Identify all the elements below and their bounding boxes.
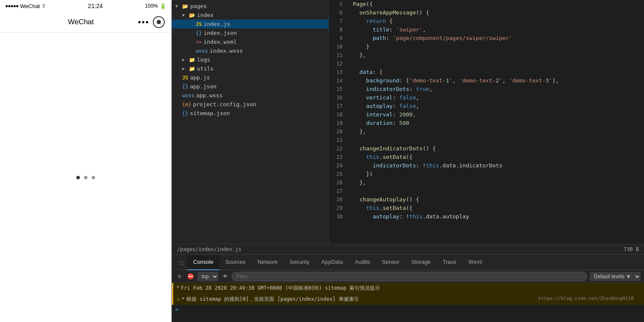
code-line-17: 17 autoplay: false, — [329, 102, 644, 110]
line-number: 16 — [329, 93, 349, 102]
folder-icon: 📂 — [182, 3, 188, 9]
tree-item-app-json[interactable]: {} app.json — [172, 82, 329, 91]
code-line-9: 9 path: 'page/component/pages/swiper/swi… — [329, 34, 644, 42]
context-select[interactable]: top — [197, 272, 218, 281]
phone-status-left: ●●●●● WeChat ⇧ — [5, 3, 46, 9]
tree-item-app-wxss[interactable]: wxss app.wxss — [172, 91, 329, 100]
status-bar: /pages/index/index.js 730 B — [172, 244, 644, 254]
tree-item-index-js[interactable]: JS index.js — [172, 20, 329, 28]
warn-icon: ⚠ — [177, 296, 180, 302]
devtools-toolbar: ⊘ ⛔ top 👁 Default levels ▼ — [172, 270, 644, 283]
phone-time: 21:24 — [88, 3, 103, 9]
console-output: ▼ Fri Feb 28 2020 20:49:38 GMT+0800 (中国标… — [172, 283, 644, 322]
tree-item-index-wxml[interactable]: <> index.wxml — [172, 37, 329, 46]
line-number: 29 — [329, 204, 349, 212]
console-prompt: > — [175, 307, 178, 313]
devtools-panel: ⬚ ConsoleSourcesNetworkSecurityAppDataAu… — [172, 254, 644, 322]
line-content: }, — [349, 127, 644, 136]
swiper-dot-1 — [84, 176, 87, 179]
tree-item-utils[interactable]: ▶📁 utils — [172, 64, 329, 73]
tree-label: index.json — [203, 30, 236, 36]
tree-item-app-js[interactable]: JS app.js — [172, 73, 329, 82]
battery-percent: 100% — [145, 3, 158, 9]
json-icon: {} — [196, 30, 202, 36]
tree-item-pages[interactable]: ▼📂 pages — [172, 2, 329, 11]
clear-console-icon[interactable]: ⊘ — [175, 272, 184, 281]
tree-label: sitemap.json — [190, 110, 230, 116]
line-content: this.setData({ — [349, 153, 644, 161]
levels-select[interactable]: Default levels ▼ — [590, 272, 641, 281]
code-line-13: 13 data: { — [329, 68, 644, 76]
tree-arrow[interactable]: ▼ — [175, 4, 182, 8]
tab-storage[interactable]: Storage — [405, 255, 437, 270]
line-content: return { — [349, 17, 644, 25]
tree-item-sitemap-json[interactable]: {} sitemap.json — [172, 109, 329, 118]
devtools-tabs: ⬚ ConsoleSourcesNetworkSecurityAppDataAu… — [172, 255, 644, 270]
phone-content — [0, 33, 172, 322]
tab-wxml[interactable]: Wxml — [462, 255, 488, 270]
folder-icon: 📁 — [189, 66, 195, 72]
pause-icon[interactable]: ⛔ — [186, 272, 195, 281]
line-content — [349, 136, 644, 144]
wxss-icon: wxss — [196, 48, 208, 54]
swiper-dot-0 — [76, 176, 80, 179]
tab-trace[interactable]: Trace — [437, 255, 463, 270]
expand-arrow[interactable]: ▼ — [177, 285, 179, 289]
tab-network[interactable]: Network — [251, 255, 284, 270]
tree-item-index-wxss[interactable]: wxss index.wxss — [172, 46, 329, 55]
line-content: autoplay: false, — [349, 102, 644, 110]
tab-security[interactable]: Security — [284, 255, 315, 270]
eye-icon[interactable]: 👁 — [221, 272, 229, 281]
tab-audits[interactable]: Audits — [349, 255, 376, 270]
tree-item-project-config-json[interactable]: {⚙} project.config.json — [172, 100, 329, 109]
tree-item-index-json[interactable]: {} index.json — [172, 28, 329, 37]
line-number: 24 — [329, 161, 349, 170]
line-content — [349, 187, 644, 195]
tab-sensor[interactable]: Sensor — [376, 255, 405, 270]
code-editor[interactable]: 5Page({6 onShareAppMessage() {7 return {… — [329, 0, 644, 244]
tab-appdata[interactable]: AppData — [315, 255, 349, 270]
tree-label: index.js — [203, 21, 230, 27]
phone-nav-bar: WeChat ••• — [0, 12, 172, 33]
tree-item-logs[interactable]: ▶📁 logs — [172, 55, 329, 64]
signal-icon: ●●●●● — [5, 3, 18, 9]
line-content: title: 'swiper', — [349, 25, 644, 34]
tree-arrow[interactable]: ▶ — [182, 66, 189, 71]
code-line-16: 16 vertical: false, — [329, 93, 644, 102]
console-warning-text: Fri Feb 28 2020 20:49:38 GMT+0800 (中国标准时… — [181, 285, 380, 292]
line-number: 8 — [329, 25, 349, 34]
line-number: 9 — [329, 34, 349, 42]
tab-console[interactable]: Console — [187, 255, 219, 270]
folder-icon: 📂 — [189, 12, 195, 18]
code-line-5: 5Page({ — [329, 0, 644, 8]
console-line-warning-1: ▼ Fri Feb 28 2020 20:49:38 GMT+0800 (中国标… — [172, 283, 644, 294]
filter-input[interactable] — [232, 272, 587, 281]
expand-arrow-2[interactable]: ▶ — [182, 296, 185, 300]
file-tree[interactable]: ▼📂 pages▼📂 index JS index.js {} index.js… — [172, 0, 329, 244]
tab-sources[interactable]: Sources — [219, 255, 252, 270]
phone-nav-dots[interactable]: ••• — [138, 17, 149, 27]
record-button[interactable] — [153, 16, 165, 28]
tree-label: pages — [190, 3, 207, 9]
wxml-icon: <> — [196, 39, 202, 45]
json-icon: {} — [182, 84, 188, 90]
console-prompt-line[interactable]: > — [172, 305, 644, 314]
line-number: 7 — [329, 17, 349, 25]
tree-arrow[interactable]: ▼ — [182, 13, 189, 17]
code-line-29: 29 this.setData({ — [329, 204, 644, 212]
tree-arrow[interactable]: ▶ — [182, 57, 189, 62]
tree-item-index[interactable]: ▼📂 index — [172, 11, 329, 20]
tree-label: app.wxss — [196, 92, 223, 99]
line-number: 18 — [329, 110, 349, 119]
file-path: /pages/index/index.js — [177, 246, 242, 252]
line-content: }, — [349, 51, 644, 59]
line-content: }, — [349, 178, 644, 187]
phone-status-bar: ●●●●● WeChat ⇧ 21:24 100% 🔋 — [0, 0, 172, 12]
line-content: changeIndicatorDots() { — [349, 144, 644, 153]
code-line-10: 10 } — [329, 42, 644, 51]
battery-icon: 🔋 — [160, 3, 166, 9]
swiper-dots — [76, 176, 95, 179]
code-line-18: 18 interval: 2000, — [329, 110, 644, 119]
line-number: 28 — [329, 195, 349, 204]
devtools-icon-1[interactable]: ⬚ — [175, 255, 187, 270]
